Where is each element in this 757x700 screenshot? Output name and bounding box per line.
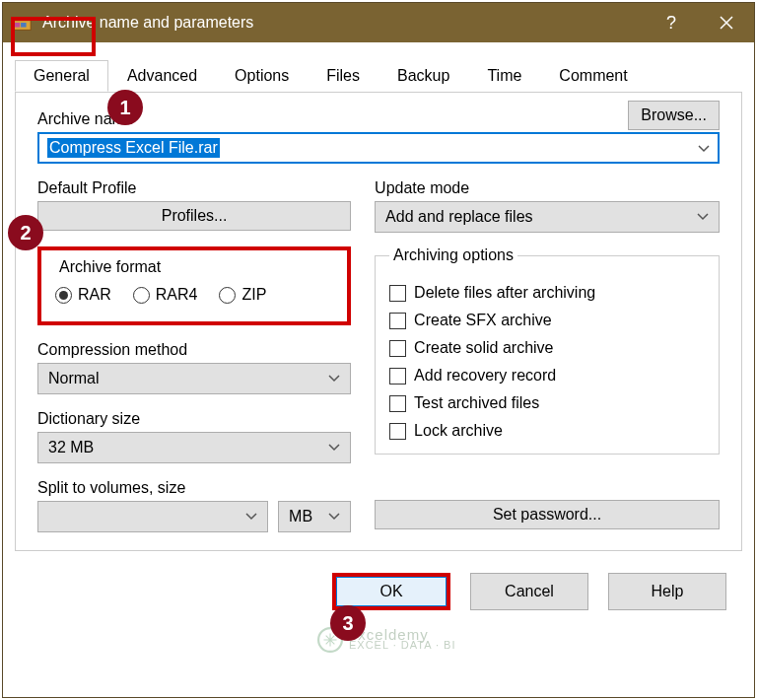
- tab-comment[interactable]: Comment: [540, 60, 646, 92]
- tab-options[interactable]: Options: [216, 60, 308, 92]
- svg-rect-2: [15, 23, 21, 28]
- tab-backup[interactable]: Backup: [378, 60, 468, 92]
- radio-on-icon: [55, 287, 72, 304]
- archive-dialog: Archive name and parameters ? 1 General …: [2, 2, 755, 698]
- svg-rect-1: [13, 18, 31, 22]
- radio-off-icon: [219, 287, 236, 304]
- annotation-badge-2: 2: [8, 215, 43, 250]
- opt-lock-checkbox[interactable]: Lock archive: [389, 422, 705, 440]
- tab-panel-general: Browse... Archive name Compress Excel Fi…: [15, 92, 742, 551]
- help-button[interactable]: ?: [644, 3, 699, 42]
- dictionary-size-label: Dictionary size: [37, 410, 351, 428]
- checkbox-icon: [389, 340, 406, 357]
- update-mode-value: Add and replace files: [385, 208, 532, 226]
- chevron-down-icon: [245, 510, 257, 524]
- annotation-badge-1: 1: [107, 90, 143, 125]
- browse-button[interactable]: Browse...: [628, 101, 720, 130]
- dialog-footer: OK Cancel Help: [3, 563, 754, 628]
- tab-strip: General Advanced Options Files Backup Ti…: [3, 42, 754, 92]
- archive-name-input[interactable]: Compress Excel File.rar: [37, 132, 720, 164]
- format-zip-radio[interactable]: ZIP: [219, 286, 266, 304]
- format-rar-radio[interactable]: RAR: [55, 286, 111, 304]
- radio-off-icon: [133, 287, 150, 304]
- update-mode-select[interactable]: Add and replace files: [375, 201, 720, 233]
- svg-rect-3: [21, 23, 27, 28]
- tab-time[interactable]: Time: [468, 60, 540, 92]
- split-unit-select[interactable]: MB: [278, 501, 351, 532]
- winrar-icon: [11, 12, 33, 34]
- compression-method-label: Compression method: [37, 341, 351, 359]
- default-profile-label: Default Profile: [37, 179, 351, 197]
- archive-format-label: Archive format: [55, 258, 165, 275]
- opt-test-checkbox[interactable]: Test archived files: [389, 394, 705, 412]
- cancel-button[interactable]: Cancel: [470, 573, 588, 610]
- compression-method-select[interactable]: Normal: [37, 363, 351, 394]
- opt-sfx-checkbox[interactable]: Create SFX archive: [389, 312, 705, 329]
- chevron-down-icon: [328, 510, 340, 524]
- checkbox-icon: [389, 395, 406, 412]
- archive-name-value: Compress Excel File.rar: [47, 138, 220, 158]
- profiles-button[interactable]: Profiles...: [37, 201, 351, 231]
- opt-recovery-checkbox[interactable]: Add recovery record: [389, 367, 705, 385]
- dictionary-size-select[interactable]: 32 MB: [37, 432, 351, 463]
- archive-format-group: Archive format RAR RAR4 ZIP: [37, 246, 351, 325]
- opt-delete-checkbox[interactable]: Delete files after archiving: [389, 284, 705, 302]
- checkbox-icon: [389, 285, 406, 302]
- split-size-input[interactable]: [37, 501, 268, 532]
- close-button[interactable]: [699, 3, 754, 42]
- format-rar4-radio[interactable]: RAR4: [133, 286, 198, 304]
- tab-advanced[interactable]: Advanced: [108, 60, 216, 92]
- chevron-down-icon: [328, 441, 340, 455]
- opt-solid-checkbox[interactable]: Create solid archive: [389, 339, 705, 357]
- tab-files[interactable]: Files: [308, 60, 378, 92]
- titlebar: Archive name and parameters ?: [3, 3, 754, 42]
- checkbox-icon: [389, 423, 406, 440]
- help-button-footer[interactable]: Help: [608, 573, 726, 610]
- window-title: Archive name and parameters: [42, 14, 644, 32]
- tab-general[interactable]: General: [15, 60, 108, 92]
- set-password-button[interactable]: Set password...: [375, 500, 720, 529]
- archiving-options-group: Archiving options Delete files after arc…: [375, 246, 720, 455]
- chevron-down-icon[interactable]: [698, 139, 710, 157]
- ok-button[interactable]: OK: [336, 577, 447, 606]
- chevron-down-icon: [697, 210, 709, 224]
- checkbox-icon: [389, 368, 406, 385]
- archiving-options-label: Archiving options: [389, 246, 517, 264]
- annotation-badge-3: 3: [330, 605, 366, 641]
- split-volumes-label: Split to volumes, size: [37, 479, 351, 497]
- update-mode-label: Update mode: [375, 179, 720, 197]
- chevron-down-icon: [328, 372, 340, 385]
- checkbox-icon: [389, 313, 406, 329]
